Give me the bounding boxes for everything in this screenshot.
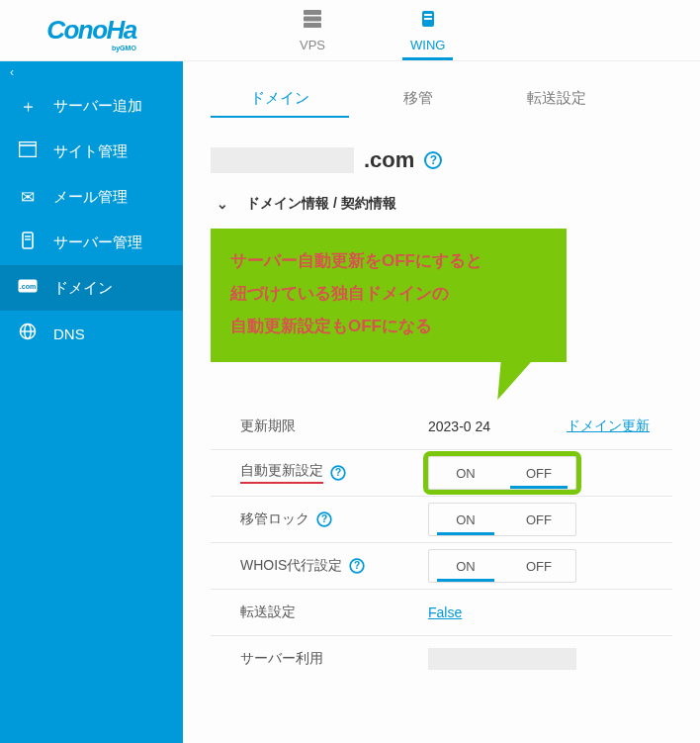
chevron-left-icon: ‹ [10, 65, 14, 79]
row-label: 自動更新設定 [240, 462, 323, 484]
top-tab-label: WING [410, 38, 445, 52]
top-tab-vps[interactable]: VPS [292, 0, 333, 60]
brand-name: ConoHa [46, 15, 136, 45]
toggle-on[interactable]: ON [429, 457, 502, 489]
row-auto-renew: 自動更新設定 ? ON OFF [240, 450, 672, 496]
globe-icon [18, 323, 38, 345]
toggle-on[interactable]: ON [429, 550, 502, 582]
sidebar-item-add-server[interactable]: ＋ サーバー追加 [0, 83, 183, 129]
sub-tab-forward[interactable]: 転送設定 [487, 81, 626, 118]
row-forward: 転送設定 False [240, 590, 672, 635]
svg-rect-8 [23, 232, 33, 248]
svg-rect-4 [424, 14, 432, 16]
sidebar-item-mail[interactable]: ✉ メール管理 [0, 174, 183, 220]
row-label: 更新期限 [240, 418, 428, 435]
logo-area: ConoHa byGMO [0, 15, 183, 46]
sidebar-item-label: ドメイン [53, 279, 113, 298]
row-transfer-lock: 移管ロック ? ON OFF [240, 497, 672, 542]
callout-line: 紐づけている独自ドメインの [230, 277, 547, 310]
plus-icon: ＋ [18, 95, 38, 118]
callout-tail-icon [481, 360, 533, 400]
help-icon[interactable]: ? [424, 151, 442, 169]
chevron-down-icon: ⌄ [217, 196, 228, 212]
brand-logo: ConoHa byGMO [46, 15, 136, 46]
sidebar-item-server[interactable]: サーバー管理 [0, 220, 183, 265]
sidebar-item-label: サーバー管理 [53, 233, 142, 252]
svg-rect-2 [304, 23, 321, 28]
svg-rect-5 [424, 18, 432, 20]
sidebar-item-domain[interactable]: .com ドメイン [0, 265, 183, 311]
top-tab-label: VPS [300, 38, 325, 52]
row-whois: WHOIS代行設定 ? ON OFF [240, 543, 672, 589]
server-use-masked [428, 648, 576, 670]
sub-tab-domain[interactable]: ドメイン [211, 81, 349, 118]
sidebar-back[interactable]: ‹ [0, 61, 183, 83]
top-tab-wing[interactable]: WING [402, 0, 453, 60]
sidebar-item-label: メール管理 [53, 188, 128, 207]
sidebar-item-label: サーバー追加 [53, 97, 142, 116]
row-label: 転送設定 [240, 604, 428, 621]
sidebar: ‹ ＋ サーバー追加 サイト管理 ✉ メール管理 サーバー管理 .com ドメイ [0, 61, 183, 743]
help-icon[interactable]: ? [350, 559, 365, 574]
section-title: ドメイン情報 / 契約情報 [246, 195, 396, 213]
row-label: サーバー利用 [240, 650, 428, 668]
domain-name-masked [211, 147, 354, 173]
sidebar-item-dns[interactable]: DNS [0, 311, 183, 356]
window-icon [18, 141, 38, 162]
domain-suffix: .com [364, 147, 414, 173]
row-expiry: 更新期限 2023-0 24 ドメイン更新 [240, 404, 672, 449]
svg-rect-0 [304, 10, 321, 15]
row-value: 2023-0 24 [428, 418, 567, 434]
toggle-on[interactable]: ON [429, 504, 502, 535]
toggle-off[interactable]: OFF [502, 457, 575, 489]
auto-renew-toggle[interactable]: ON OFF [428, 456, 576, 490]
domain-icon: .com [18, 278, 38, 298]
transfer-lock-toggle[interactable]: ON OFF [428, 503, 576, 536]
annotation-callout: サーバー自動更新をOFFにすると 紐づけている独自ドメインの 自動更新設定もOF… [211, 229, 567, 362]
svg-text:.com: .com [20, 283, 36, 290]
toggle-off[interactable]: OFF [502, 550, 575, 582]
row-label: WHOIS代行設定 [240, 557, 342, 575]
svg-rect-1 [304, 16, 321, 21]
sidebar-item-label: サイト管理 [53, 142, 128, 161]
help-icon[interactable]: ? [330, 466, 345, 481]
server-icon [18, 232, 38, 254]
row-server-use: サーバー利用 [240, 636, 672, 682]
server-stack-icon [302, 9, 323, 34]
sidebar-item-label: DNS [53, 325, 85, 342]
callout-line: サーバー自動更新をOFFにすると [230, 244, 547, 277]
callout-line: 自動更新設定もOFFになる [230, 310, 547, 342]
sub-tab-transfer[interactable]: 移管 [349, 81, 487, 118]
svg-rect-6 [20, 141, 37, 156]
help-icon[interactable]: ? [316, 512, 331, 527]
mail-icon: ✉ [18, 187, 38, 208]
section-toggle[interactable]: ⌄ ドメイン情報 / 契約情報 [217, 195, 672, 213]
toggle-off[interactable]: OFF [502, 504, 575, 535]
forward-value-link[interactable]: False [428, 604, 462, 620]
row-label: 移管ロック [240, 511, 309, 528]
sidebar-item-site[interactable]: サイト管理 [0, 129, 183, 174]
whois-toggle[interactable]: ON OFF [428, 549, 576, 583]
wing-icon [418, 9, 438, 34]
domain-renew-link[interactable]: ドメイン更新 [567, 418, 650, 435]
brand-byline: byGMO [112, 45, 136, 51]
